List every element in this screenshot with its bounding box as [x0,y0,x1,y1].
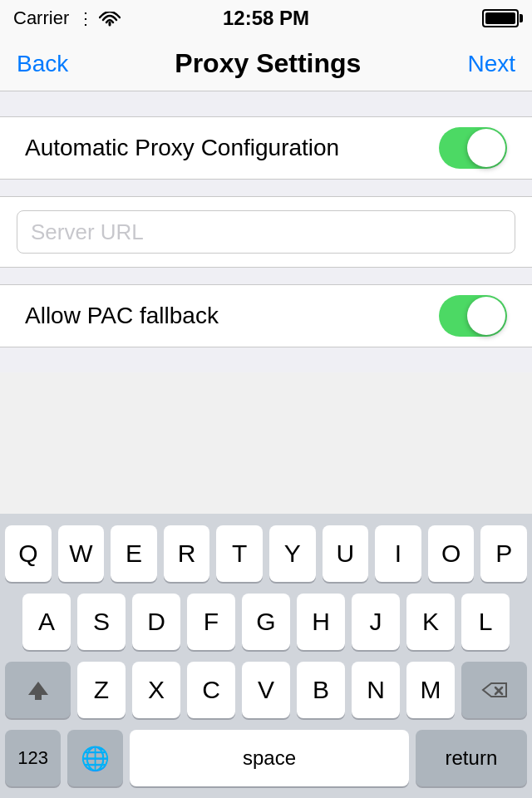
key-x[interactable]: X [132,662,180,718]
key-i[interactable]: I [375,525,421,582]
key-v[interactable]: V [242,662,290,718]
key-e[interactable]: E [111,525,157,582]
next-button[interactable]: Next [467,51,515,77]
num-key[interactable]: 123 [5,730,61,786]
key-h[interactable]: H [297,594,345,650]
shift-key[interactable] [5,662,71,718]
status-bar: Carrier ⋮ 12:58 PM [0,0,532,37]
status-time: 12:58 PM [223,7,309,30]
keyboard-row-2: ASDFGHJKL [5,594,527,650]
key-k[interactable]: K [406,594,455,650]
svg-marker-0 [28,682,48,700]
globe-key[interactable]: 🌐 [67,730,123,786]
nav-bar: Back Proxy Settings Next [0,37,532,91]
key-b[interactable]: B [297,662,345,718]
server-url-row [0,196,532,268]
toggle-knob-pac [467,297,505,335]
auto-proxy-label: Automatic Proxy Configuration [25,135,339,161]
settings-content: Automatic Proxy Configuration Allow PAC … [0,91,532,372]
back-button[interactable]: Back [17,51,68,77]
key-o[interactable]: O [428,525,475,582]
toggle-knob [467,129,505,167]
key-r[interactable]: R [164,525,210,582]
key-g[interactable]: G [242,594,290,650]
key-q[interactable]: Q [5,525,52,582]
allow-pac-toggle[interactable] [439,295,507,337]
spacer-2 [0,268,532,284]
keyboard-row-4: 123 🌐 space return [5,730,527,786]
delete-key[interactable] [461,662,527,718]
keyboard-row-1: QWERTYUIOP [5,525,527,582]
key-c[interactable]: C [187,662,235,718]
key-z[interactable]: Z [77,662,126,718]
server-url-input[interactable] [17,210,515,254]
auto-proxy-toggle[interactable] [439,127,507,169]
key-y[interactable]: Y [269,525,316,582]
status-left: Carrier ⋮ [13,7,121,29]
carrier-label: Carrier [13,7,69,29]
wifi-icon: ⋮ [77,8,121,28]
spacer-1 [0,180,532,196]
allow-pac-label: Allow PAC fallback [25,303,219,329]
key-n[interactable]: N [352,662,400,718]
space-key[interactable]: space [130,730,409,786]
key-a[interactable]: A [22,594,71,650]
key-f[interactable]: F [187,594,235,650]
page-title: Proxy Settings [175,48,361,79]
key-j[interactable]: J [352,594,400,650]
keyboard-row-3: ZXCVBNM [5,662,527,718]
auto-proxy-row: Automatic Proxy Configuration [0,116,532,180]
key-p[interactable]: P [480,525,527,582]
key-w[interactable]: W [58,525,105,582]
key-m[interactable]: M [406,662,455,718]
allow-pac-row: Allow PAC fallback [0,284,532,347]
return-key[interactable]: return [416,730,527,786]
key-s[interactable]: S [77,594,126,650]
battery-icon [482,9,519,27]
key-t[interactable]: T [216,525,263,582]
key-d[interactable]: D [132,594,180,650]
key-u[interactable]: U [323,525,369,582]
status-right [482,9,519,27]
key-l[interactable]: L [461,594,510,650]
keyboard: QWERTYUIOP ASDFGHJKL ZXCVBNM 123 🌐 space… [0,514,532,798]
